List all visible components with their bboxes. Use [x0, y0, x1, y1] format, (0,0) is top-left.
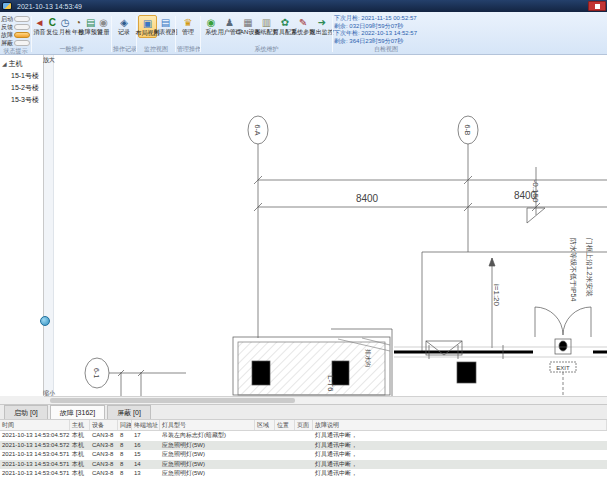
column-header-页面[interactable]: 页面 [295, 420, 313, 430]
cell [255, 460, 275, 470]
status-indicator-normal [14, 40, 30, 46]
column-header-主机[interactable]: 主机 [70, 420, 90, 430]
tree-node-15-3号楼[interactable]: 15-3号楼 [0, 94, 43, 106]
label-exit: EXIT [556, 365, 570, 371]
tab-屏蔽 [0][interactable]: 屏蔽 [0] [107, 405, 151, 419]
cell: 灯具通讯中断， [313, 450, 607, 460]
退出监控-button[interactable]: ➜退出监控 [313, 15, 331, 36]
system-icon: ◉ [205, 16, 218, 29]
button-label: 复位 [46, 29, 58, 36]
column-header-区域[interactable]: 区域 [255, 420, 275, 430]
expander-icon[interactable]: ◢ [2, 61, 7, 67]
grid-label-b: 6-B [464, 125, 471, 136]
scrollbar-thumb[interactable] [50, 398, 295, 403]
annual-check-icon: ◔ [71, 16, 84, 29]
cell: 17 [132, 431, 160, 441]
slope-label: i=1:20 [492, 284, 501, 307]
cell [255, 441, 275, 451]
window-title: 2021-10-13 14:53:49 [17, 3, 82, 10]
exit-monitor-icon: ➜ [315, 16, 328, 29]
tree-node-15-1号楼[interactable]: 15-1号楼 [0, 70, 43, 82]
device-tree-panel: ◢ 主机 15-1号楼15-2号楼15-3号楼 [0, 55, 44, 396]
tree-node-host[interactable]: ◢ 主机 [0, 58, 43, 70]
cell: 8 [118, 441, 132, 451]
mute-icon: ◄ [33, 16, 46, 29]
selfcheck-line-2: 下次年检: 2022-10-13 14:52:57 [334, 30, 417, 38]
cell: 15 [132, 450, 160, 460]
button-label: 退出监控 [310, 29, 334, 36]
ribbon-group-views: ▣布局视图▤列表视图监控视图 [137, 14, 175, 54]
group-label-general: 一般操作 [33, 45, 110, 54]
cell: 8 [118, 469, 132, 478]
ribbon-group-manage: ♛管理管理操作 [176, 14, 200, 54]
tab-启动 [0][interactable]: 启动 [0] [4, 405, 48, 419]
cell: 8 [118, 460, 132, 470]
cell: CAN3-8 [90, 450, 118, 460]
cad-drawing: 6-A 6-B 6-1 8400 8400 -0.150 i=1:20 防水等级… [54, 55, 607, 396]
记录-button[interactable]: ◈记录 [113, 15, 135, 36]
column-header-位置[interactable]: 位置 [275, 420, 295, 430]
column-header-设备[interactable]: 设备 [90, 420, 118, 430]
ribbon-group-records: ◈记录操作记录 [112, 14, 136, 54]
cell [275, 450, 295, 460]
cell [275, 469, 295, 478]
can-device-icon: ▦ [242, 16, 255, 29]
column-header-回路[interactable]: 回路 [118, 420, 132, 430]
cell: 灯具通讯中断， [313, 460, 607, 470]
button-label: 消音 [33, 29, 45, 36]
title-bar: 2021-10-13 14:53:49 [0, 0, 607, 12]
cell: 吊装左向标志灯(暗藏型) [160, 431, 255, 441]
tab-故障 [3162][interactable]: 故障 [3162] [50, 405, 105, 419]
消音-button[interactable]: ◄消音 [33, 15, 46, 36]
cell: 本机 [70, 460, 90, 470]
列表视图-button[interactable]: ▤列表视图 [157, 15, 174, 36]
注册-button[interactable]: ◉注册 [97, 15, 110, 36]
status-indicator-normal [14, 24, 30, 30]
cell [255, 450, 275, 460]
monthly-check-icon: ◷ [59, 16, 72, 29]
button-label: 管理 [182, 29, 194, 36]
table-row[interactable]: 2021-10-13 14:53:04.571本机CAN3-8814应急照明灯(… [0, 460, 607, 470]
zoom-slider-track[interactable] [44, 55, 54, 396]
dimension-main: 8400 [356, 193, 379, 204]
button-label: 月检 [59, 29, 71, 36]
table-row[interactable]: 2021-10-13 14:53:04.572本机CAN3-8816应急照明灯(… [0, 441, 607, 451]
note-doorframe: 门框上沿1.2米安装 [585, 238, 593, 297]
tree-node-15-2号楼[interactable]: 15-2号楼 [0, 82, 43, 94]
close-button[interactable] [588, 1, 606, 11]
column-header-灯具型号[interactable]: 灯具型号 [160, 420, 255, 430]
column-header-终端地址[interactable]: 终端地址 [132, 420, 160, 430]
zoom-in-label[interactable]: 放大 [43, 56, 55, 65]
user-manage-icon: ♟ [223, 16, 236, 29]
button-label: 列表视图 [154, 29, 178, 36]
column-header-故障说明[interactable]: 故障说明 [313, 420, 607, 430]
月检-button[interactable]: ◷月检 [59, 15, 72, 36]
管理-button[interactable]: ♛管理 [177, 15, 199, 36]
table-row[interactable]: 2021-10-13 14:53:04.571本机CAN3-8813应急照明灯(… [0, 469, 607, 478]
horizontal-scrollbar[interactable] [44, 396, 607, 404]
close-icon [595, 4, 600, 9]
复位-button[interactable]: C复位 [46, 15, 59, 36]
cell [295, 441, 313, 451]
cell: 灯具通讯中断， [313, 431, 607, 441]
lamp-config-icon: ✿ [278, 16, 291, 29]
cell: 应急照明灯(5W) [160, 460, 255, 470]
table-row[interactable]: 2021-10-13 14:53:04.571本机CAN3-8815应急照明灯(… [0, 450, 607, 460]
column-header-时间[interactable]: 时间 [0, 420, 70, 430]
ribbon-group-status: 启动反馈故障屏蔽状态提示 [0, 14, 31, 54]
fault-warning-icon: ▤ [84, 16, 97, 29]
button-label: 记录 [118, 29, 130, 36]
ribbon-group-general: ◄消音C复位◷月检◔年检▤故障预警◉注册一般操作 [32, 14, 111, 54]
cell: 应急照明灯(5W) [160, 469, 255, 478]
fault-table-body: 2021-10-13 14:53:04.572本机CAN3-8817吊装左向标志… [0, 431, 607, 478]
group-label-maintenance: 系统维护 [202, 45, 331, 54]
table-row[interactable]: 2021-10-13 14:53:04.572本机CAN3-8817吊装左向标志… [0, 431, 607, 441]
cell: 2021-10-13 14:53:04.572 [0, 431, 70, 441]
cell [295, 469, 313, 478]
cell: CAN3-8 [90, 469, 118, 478]
label-lt6: L-T6 [326, 375, 335, 392]
floorplan-canvas[interactable]: 6-A 6-B 6-1 8400 8400 -0.150 i=1:20 防水等级… [54, 55, 607, 396]
zoom-out-label[interactable]: 缩小 [43, 389, 55, 398]
故障预警-button[interactable]: ▤故障预警 [84, 15, 97, 36]
splitter-knob[interactable] [40, 316, 50, 326]
